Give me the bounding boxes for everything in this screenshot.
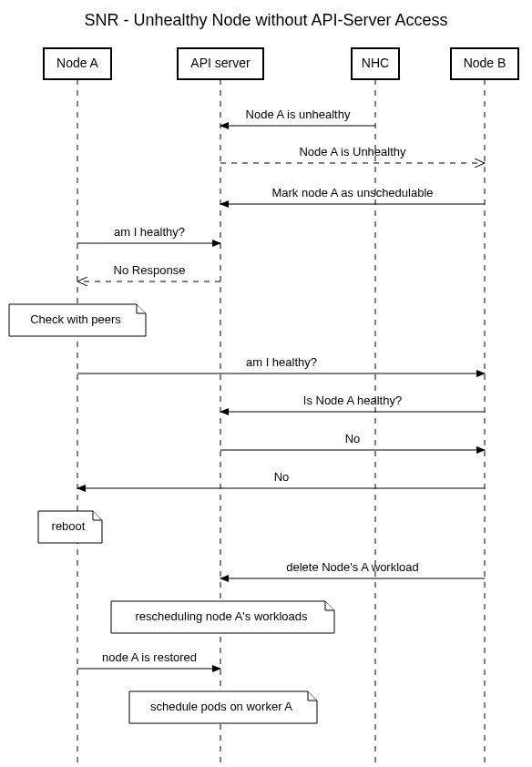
msg-9-label: No — [274, 470, 290, 484]
note-rescheduling: rescheduling node A's workloads — [111, 601, 334, 633]
msg-4-label: am I healthy? — [114, 225, 185, 239]
msg-1-label: Node A is unhealthy — [246, 107, 351, 121]
msg-7-label: Is Node A healthy? — [303, 394, 402, 407]
note-reboot: reboot — [38, 511, 102, 543]
actor-api-server-label: API server — [190, 56, 251, 70]
note-schedule-pods: schedule pods on worker A — [129, 691, 317, 723]
actor-node-b-label: Node B — [464, 56, 506, 70]
msg-10-label: delete Node's A workload — [286, 560, 419, 574]
msg-8-label: No — [345, 432, 361, 445]
diagram-title: SNR - Unhealthy Node without API-Server … — [0, 0, 532, 39]
note-2-text: reboot — [52, 519, 86, 533]
note-4-text: schedule pods on worker A — [150, 700, 292, 713]
actor-nhc-label: NHC — [362, 56, 389, 70]
note-check-with-peers: Check with peers — [9, 304, 146, 336]
msg-2-label: Node A is Unhealthy — [299, 145, 406, 159]
note-3-text: rescheduling node A's workloads — [136, 609, 308, 623]
sequence-diagram: Node A API server NHC Node B Node A is u… — [0, 39, 532, 767]
msg-3-label: Mark node A as unschedulable — [271, 186, 433, 199]
note-1-text: Check with peers — [30, 312, 121, 326]
msg-6-label: am I healthy? — [246, 355, 317, 369]
actor-node-a-label: Node A — [56, 56, 99, 70]
msg-11-label: node A is restored — [102, 650, 197, 664]
msg-5-label: No Response — [114, 263, 186, 277]
